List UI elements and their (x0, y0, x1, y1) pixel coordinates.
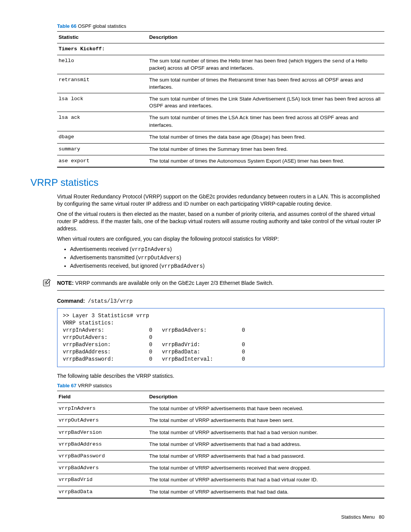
table67-field-cell: vrrpBadData (57, 486, 148, 498)
footer-page-number: 80 (379, 514, 384, 520)
table-row: vrrpInAdversThe total number of VRRP adv… (57, 403, 384, 415)
table-row: ase exportThe total number of times the … (57, 155, 384, 168)
table67-field-cell: vrrpBadPassword (57, 451, 148, 462)
table-row: summaryThe total number of times the Sum… (57, 143, 384, 155)
table67-desc-cell: The total number of VRRP advertisements … (148, 415, 384, 427)
table66-title: OSPF global statistics (78, 23, 126, 29)
table67-header-description: Description (148, 391, 384, 403)
list-item: Advertisements transmitted (vrrpOutAdver… (70, 254, 384, 262)
page-footer: Statistics Menu 80 (30, 514, 384, 521)
table-row: lsa ackThe sum total number of times the… (57, 112, 384, 131)
table66-stat-cell: lsa ack (57, 112, 148, 131)
table-row: helloThe sum total number of times the H… (57, 55, 384, 74)
footer-section: Statistics Menu (341, 514, 375, 520)
table-row: vrrpBadPasswordThe total number of VRRP … (57, 451, 384, 462)
list-item: Advertisements received, but ignored (vr… (70, 262, 384, 270)
note-text: NOTE: VRRP commands are available only o… (57, 280, 274, 286)
vrrp-stats-table: Field Description vrrpInAdversThe total … (57, 391, 384, 498)
table67-field-cell: vrrpInAdvers (57, 403, 148, 415)
list-item: Advertisements received (vrrpInAdvers) (70, 246, 384, 253)
table67-desc-cell: The total number of VRRP advertisements … (148, 486, 384, 498)
table66-stat-cell: dbage (57, 131, 148, 143)
table66-desc-cell: The sum total number of times the Hello … (148, 55, 384, 74)
table66-header-description: Description (148, 31, 384, 43)
table-row: vrrpBadAddressThe total number of VRRP a… (57, 438, 384, 450)
table66-desc-cell: The sum total number of times the Retran… (148, 74, 384, 93)
table67-caption: Table 67 VRRP statistics (57, 382, 384, 389)
table67-number: Table 67 (57, 383, 76, 388)
table66-desc-cell: The sum total number of times the Link S… (148, 93, 384, 112)
table-row: dbageThe total number of times the data … (57, 131, 384, 143)
vrrp-para-3: When virtual routers are configured, you… (57, 235, 384, 243)
table67-desc-cell: The total number of VRRP advertisements … (148, 427, 384, 438)
table67-desc-cell: The total number of VRRP advertisements … (148, 403, 384, 415)
vrrp-para-1: Virtual Router Redundancy Protocol (VRRP… (57, 193, 384, 208)
table66-stat-cell: hello (57, 55, 148, 74)
table66-header-statistic: Statistic (57, 31, 148, 43)
note-block: NOTE: VRRP commands are available only o… (57, 275, 384, 291)
table66-stat-cell: lsa lock (57, 93, 148, 112)
table67-desc-cell: The total number of VRRP advertisements … (148, 474, 384, 486)
table-row: vrrpBadAdversThe total number of VRRP ad… (57, 462, 384, 474)
table-row: retransmitThe sum total number of times … (57, 74, 384, 93)
table-row: vrrpBadDataThe total number of VRRP adve… (57, 486, 384, 498)
table67-desc-cell: The total number of VRRP advertisements … (148, 438, 384, 450)
table67-field-cell: vrrpOutAdvers (57, 415, 148, 427)
table67-field-cell: vrrpBadVrid (57, 474, 148, 486)
table-row: vrrpBadVridThe total number of VRRP adve… (57, 474, 384, 486)
vrrp-para-4: The following table describes the VRRP s… (57, 372, 384, 380)
table-row: vrrpBadVersionThe total number of VRRP a… (57, 427, 384, 438)
table66-number: Table 66 (57, 23, 76, 29)
note-label: NOTE: (57, 280, 74, 286)
table-row: vrrpOutAdversThe total number of VRRP ad… (57, 415, 384, 427)
note-icon (42, 279, 52, 290)
vrrp-statistics-heading: VRRP statistics (30, 176, 384, 189)
table67-title: VRRP statistics (78, 383, 112, 388)
table66-stat-cell: ase export (57, 155, 148, 168)
table67-header-field: Field (57, 391, 148, 403)
table66-stat-cell: summary (57, 143, 148, 155)
table67-desc-cell: The total number of VRRP advertisements … (148, 462, 384, 474)
command-label: Command: (57, 298, 85, 304)
ospf-global-stats-table: Statistic Description Timers Kickoff:hel… (57, 31, 384, 168)
vrrp-output-box: >> Layer 3 Statistics# vrrp VRRP statist… (57, 308, 384, 367)
table66-section-header: Timers Kickoff: (57, 43, 384, 55)
table66-stat-cell: retransmit (57, 74, 148, 93)
table67-field-cell: vrrpBadVersion (57, 427, 148, 438)
note-body: VRRP commands are available only on the … (74, 280, 274, 286)
table66-caption: Table 66 OSPF global statistics (57, 23, 384, 30)
table66-desc-cell: The sum total number of times the LSA Ac… (148, 112, 384, 131)
table66-desc-cell: The total number of times the data base … (148, 131, 384, 143)
vrrp-bullet-list: Advertisements received (vrrpInAdvers)Ad… (57, 246, 384, 270)
table67-field-cell: vrrpBadAdvers (57, 462, 148, 474)
table67-field-cell: vrrpBadAddress (57, 438, 148, 450)
table-row: lsa lockThe sum total number of times th… (57, 93, 384, 112)
command-line: Command: /stats/l3/vrrp (57, 297, 384, 305)
table66-desc-cell: The total number of times the Summary ti… (148, 143, 384, 155)
vrrp-para-2: One of the virtual routers is then elect… (57, 211, 384, 232)
command-path: /stats/l3/vrrp (88, 298, 133, 304)
table66-desc-cell: The total number of times the Autonomous… (148, 155, 384, 168)
table67-desc-cell: The total number of VRRP advertisements … (148, 451, 384, 462)
